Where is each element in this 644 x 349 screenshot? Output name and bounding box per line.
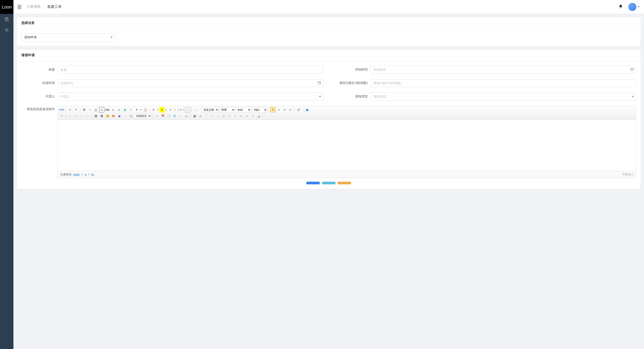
table-button[interactable]: ▦ [192,113,197,119]
subscript-button[interactable]: x2 [116,107,122,112]
splitcell-button[interactable]: ⊞ [238,113,244,119]
chart-button[interactable]: 📊 [256,113,261,119]
days-input[interactable] [370,79,636,87]
notifications-icon[interactable] [618,4,623,10]
align-right-button[interactable]: ≡ [282,107,287,112]
snapscreen-button[interactable]: ✂ [178,113,183,119]
business-select[interactable] [21,34,116,42]
leave-type-select[interactable] [370,92,636,100]
align-left-button[interactable]: ≡ [270,107,276,112]
card-title: 请假申请 [17,50,641,61]
customstyle-select[interactable]: 自定义标题 [202,107,219,112]
path-body[interactable]: body [73,173,80,176]
align-center-button[interactable]: ≡ [276,107,282,112]
date-button[interactable]: 📅 [160,113,166,119]
breadcrumb-parent[interactable]: 工单系统 [26,5,41,8]
eraser-button[interactable]: ◧ [122,107,128,112]
dropdown-icon[interactable] [157,107,159,112]
codelang-select[interactable]: 代码语言 [134,113,152,119]
word-count[interactable]: 字数统计 [622,172,634,176]
title-input[interactable] [58,66,323,74]
align-justify-button[interactable]: ≡ [288,107,293,112]
leave-form-card: 请假申请 标题 开始时间 [16,49,641,189]
path-br[interactable]: br [92,173,94,176]
field-label: 请假天数(0.5的倍数) [334,81,368,85]
time-button[interactable]: 🕐 [166,113,172,119]
superscript-button[interactable]: x2 [111,107,116,112]
indent-right-button[interactable]: ⇥ [73,113,79,119]
end-time-input[interactable] [58,79,323,87]
sidebar-item-ticket[interactable] [0,14,14,25]
fontfamily-select[interactable]: arial [236,107,251,112]
field-label: 标题 [21,68,55,72]
dropdown-icon[interactable] [165,107,168,112]
source-button[interactable]: HTML [59,107,64,112]
fullscreen-button[interactable]: ▣ [304,107,310,112]
backcolor-button[interactable]: ab [159,107,165,112]
sidebar-toggle-icon[interactable] [18,5,21,9]
submit-button[interactable] [306,182,320,184]
deletetable-button[interactable]: ▦ [198,113,203,119]
element-path: 元素路径: body > p > br [60,172,94,176]
cancel-button[interactable] [338,182,351,184]
field-label: 请假原因及相关附件 [21,106,55,178]
svg-point-2 [5,28,8,32]
selectall-button[interactable]: a [185,107,190,112]
splitrows-button[interactable]: ⊞ [244,113,250,119]
sidebar-item-settings[interactable] [0,25,14,36]
emoji-button[interactable]: 😊 [105,113,110,119]
strikethrough-button[interactable]: ABC [105,107,110,112]
bold-button[interactable]: B [82,107,87,112]
user-menu[interactable] [628,3,640,11]
breadcrumb: 工单系统 / 新建工单 [26,4,62,9]
dropdown-icon[interactable] [140,107,142,112]
deletecol-button[interactable]: ▯ [215,113,220,119]
paste-button[interactable]: 📋 [142,107,148,112]
path-p[interactable]: p [85,173,86,176]
forecolor-button[interactable]: A [151,107,156,112]
clearformat-button[interactable]: 📄 [193,107,198,112]
link-button[interactable]: 🔗 [296,107,302,112]
dropdown-icon[interactable] [182,107,184,112]
dropdown-icon[interactable] [174,107,176,112]
mergedown-button[interactable]: ⊟ [232,113,238,119]
business-select-value[interactable] [21,34,116,42]
outdent-button[interactable]: ⇠ [79,113,84,119]
scrawl-button[interactable]: 🎨 [111,113,116,119]
redo-button[interactable]: ↷ [73,107,79,112]
indent-button[interactable]: ⇢ [85,113,90,119]
proxy-select[interactable] [58,92,323,100]
multi-image-button[interactable]: 🖼 [99,113,104,119]
save-button[interactable] [322,182,336,184]
breadcrumb-current: 新建工单 [47,5,62,8]
mergecell-button[interactable]: ⊞ [221,113,226,119]
wordimage-button[interactable]: ▦ [184,113,189,119]
autotypeset-button[interactable]: ✦ [134,107,140,112]
underline-button[interactable]: U [93,107,98,112]
italic-button[interactable]: I [88,107,93,112]
anchor-button[interactable]: ⚑ [59,113,64,119]
field-label: 开始时间 [334,68,368,72]
paragraph-select[interactable]: 段落 [219,107,235,112]
svg-point-1 [6,30,8,31]
spechar-button[interactable]: Ω [172,113,177,119]
video-button[interactable]: ▣ [116,113,122,119]
image-button[interactable]: 🖼 [93,113,98,119]
splitcols-button[interactable]: ⊞ [250,113,256,119]
fontsize-select[interactable]: 16px [252,107,267,112]
deleterow-button[interactable]: ▭ [209,113,215,119]
ordered-list-button[interactable]: ≡ [168,107,173,112]
inserttitle-button[interactable]: T [204,113,209,119]
mergeright-button[interactable]: ⊟ [227,113,232,119]
hr-button[interactable]: — [154,113,160,119]
music-button[interactable]: ♪ [122,113,128,119]
indent-left-button[interactable]: ⇤ [68,113,73,119]
fontborder-button[interactable]: A [99,107,104,112]
editor-content[interactable] [58,120,636,171]
start-time-input[interactable] [370,66,636,74]
card-title: 选择业务 [17,17,641,29]
undo-button[interactable]: ↶ [68,107,73,112]
unordered-list-button[interactable]: ⋮≡ [176,107,182,112]
formatbrush-button[interactable]: ✐ [128,107,134,112]
attachment-button[interactable]: 📎 [128,113,134,119]
